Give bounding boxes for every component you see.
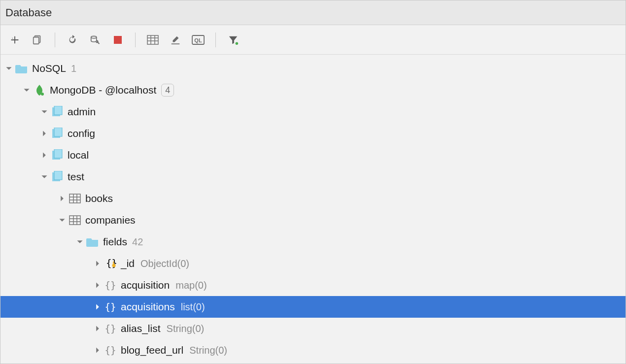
toolbar-separator — [215, 33, 216, 47]
tree-label: config — [68, 128, 95, 139]
svg-rect-18 — [54, 149, 62, 158]
field-name: acquisitions — [121, 301, 175, 313]
field-icon: {} — [103, 280, 118, 291]
collection-icon — [68, 193, 82, 204]
field-icon: {} — [103, 323, 118, 334]
tree-fields-group[interactable]: fields 42 — [0, 231, 626, 253]
mongodb-leaf-icon — [32, 84, 47, 96]
stop-icon — [113, 35, 122, 44]
field-type: ObjectId(0) — [140, 258, 189, 269]
svg-rect-14 — [54, 106, 62, 115]
panel-title-text: Database — [5, 6, 52, 19]
svg-rect-1 — [34, 37, 39, 44]
tree-field-acquisitions[interactable]: {} acquisitions list(0) — [0, 296, 626, 318]
chevron-right-icon — [39, 130, 50, 137]
tree-label: local — [68, 149, 89, 161]
schema-icon — [50, 171, 65, 183]
pencil-icon — [170, 34, 181, 45]
svg-rect-20 — [54, 171, 62, 180]
chevron-right-icon — [92, 347, 103, 354]
tree-label: test — [68, 171, 84, 183]
tree-field-blog-feed-url[interactable]: {} blog_feed_url String(0) — [0, 339, 626, 361]
chevron-down-icon — [74, 238, 85, 245]
toolbar-separator — [135, 33, 136, 47]
ql-icon: QL — [192, 35, 205, 45]
tree-label: companies — [85, 214, 136, 226]
chevron-right-icon — [92, 303, 103, 310]
toolbar-separator — [55, 33, 55, 47]
collection-icon — [68, 215, 82, 226]
chevron-right-icon — [39, 152, 50, 159]
schema-icon — [50, 149, 65, 161]
filter-icon — [228, 34, 239, 45]
chevron-right-icon — [92, 325, 103, 332]
field-name: acquisition — [121, 279, 170, 291]
tree-collection-books[interactable]: books — [0, 188, 626, 209]
tree-connection-mongodb[interactable]: MongoDB - @localhost 4 — [0, 79, 626, 101]
field-type: String(0) — [167, 323, 205, 334]
tree-db-config[interactable]: config — [0, 123, 626, 144]
tree-label: MongoDB - @localhost — [50, 84, 156, 96]
svg-text:{}: {} — [106, 258, 117, 268]
field-name: alias_list — [121, 323, 161, 334]
tree-db-admin[interactable]: admin — [0, 101, 626, 123]
table-icon — [147, 35, 159, 45]
folder-icon — [14, 63, 29, 74]
tree-root-nosql[interactable]: NoSQL 1 — [0, 58, 626, 79]
refresh-button[interactable] — [65, 33, 80, 47]
tree-field-id[interactable]: {} _id ObjectId(0) — [0, 253, 626, 274]
filter-button[interactable] — [226, 33, 241, 47]
schema-icon — [50, 128, 65, 139]
svg-rect-33 — [113, 262, 114, 265]
svg-rect-21 — [70, 194, 80, 203]
table-view-button[interactable] — [145, 33, 160, 47]
count: 42 — [132, 236, 143, 248]
chevron-down-icon — [21, 87, 32, 94]
field-type: list(0) — [181, 301, 205, 313]
count: 1 — [71, 63, 76, 74]
tree-label: NoSQL — [32, 63, 66, 74]
svg-point-2 — [91, 36, 97, 38]
key-field-icon: {} — [103, 258, 118, 269]
add-button[interactable] — [7, 33, 22, 47]
svg-rect-16 — [54, 128, 62, 136]
svg-rect-26 — [70, 216, 80, 225]
tree-db-test[interactable]: test — [0, 166, 626, 188]
schema-icon — [50, 106, 65, 118]
field-icon: {} — [103, 301, 118, 312]
database-tree: NoSQL 1 MongoDB - @localhost 4 admin — [0, 55, 626, 361]
edit-button[interactable] — [168, 33, 183, 47]
svg-rect-4 — [147, 35, 158, 44]
chevron-down-icon — [3, 65, 14, 72]
tree-label: admin — [68, 106, 96, 118]
svg-point-11 — [236, 42, 239, 45]
svg-text:QL: QL — [194, 37, 202, 43]
svg-point-12 — [41, 93, 44, 96]
duplicate-icon — [32, 34, 43, 45]
field-type: map(0) — [175, 280, 207, 291]
chevron-down-icon — [39, 108, 50, 115]
wrench-db-icon — [89, 34, 101, 45]
chevron-right-icon — [57, 195, 68, 202]
tree-label: fields — [103, 236, 127, 248]
ql-button[interactable]: QL — [191, 33, 206, 47]
plus-icon — [9, 34, 20, 45]
tree-db-local[interactable]: local — [0, 144, 626, 166]
tree-collection-companies[interactable]: companies — [0, 209, 626, 231]
tree-field-acquisition[interactable]: {} acquisition map(0) — [0, 274, 626, 296]
tree-label: books — [85, 193, 113, 204]
toolbar: QL — [0, 25, 626, 55]
field-type: String(0) — [189, 345, 227, 356]
chevron-right-icon — [92, 260, 103, 267]
chevron-down-icon — [57, 217, 68, 224]
count-badge: 4 — [161, 84, 174, 97]
chevron-right-icon — [92, 282, 103, 289]
panel-title: Database — [0, 0, 626, 25]
refresh-icon — [67, 34, 78, 45]
field-name: blog_feed_url — [121, 344, 183, 356]
duplicate-button[interactable] — [30, 33, 45, 47]
svg-rect-3 — [114, 36, 122, 44]
stop-button[interactable] — [110, 33, 125, 47]
diagnose-button[interactable] — [88, 33, 103, 47]
tree-field-alias-list[interactable]: {} alias_list String(0) — [0, 318, 626, 339]
